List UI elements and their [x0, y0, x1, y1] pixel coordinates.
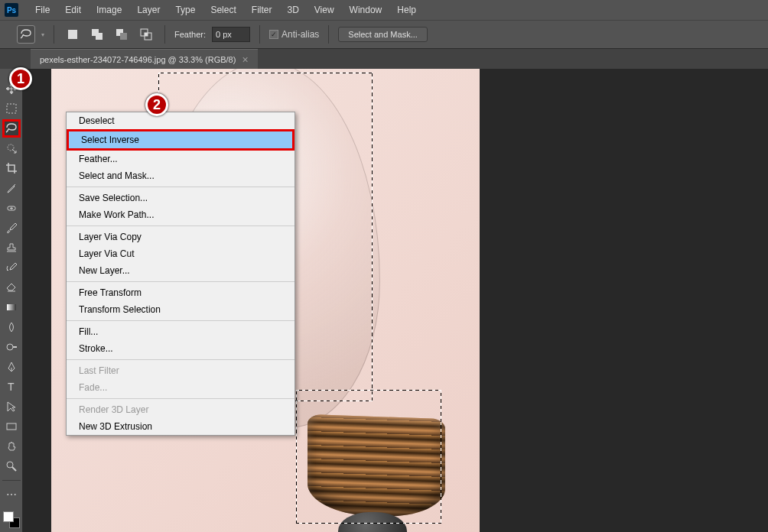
- svg-rect-2: [96, 33, 103, 40]
- menu-edit[interactable]: Edit: [57, 2, 89, 18]
- path-select-tool-icon[interactable]: [2, 397, 21, 416]
- fg-color-icon: [3, 511, 14, 522]
- annotation-badge-1: 1: [9, 67, 32, 90]
- feather-input[interactable]: [212, 27, 250, 42]
- cm-stroke[interactable]: Stroke...: [67, 340, 295, 357]
- context-menu: Deselect Select Inverse Feather... Selec…: [66, 112, 295, 436]
- feather-label: Feather:: [174, 30, 206, 39]
- cm-select-inverse[interactable]: Select Inverse: [69, 131, 292, 148]
- cm-layer-via-copy[interactable]: Layer Via Copy: [67, 229, 295, 245]
- app-logo: Ps: [5, 3, 18, 17]
- selection-add-icon[interactable]: [88, 25, 106, 44]
- annotation-highlight-box: Select Inverse: [67, 129, 295, 151]
- cm-free-transform[interactable]: Free Transform: [67, 284, 295, 301]
- cm-separator: [67, 281, 295, 282]
- color-swatch[interactable]: [3, 511, 20, 528]
- svg-rect-14: [7, 423, 16, 430]
- quick-select-tool-icon[interactable]: [2, 139, 21, 157]
- lasso-tool-icon[interactable]: [2, 119, 21, 138]
- menu-window[interactable]: Window: [342, 2, 390, 18]
- cm-last-filter: Last Filter: [67, 362, 295, 379]
- cm-separator: [67, 320, 295, 321]
- tab-title: pexels-esther-234072-746496.jpg @ 33.3% …: [40, 55, 236, 64]
- menu-help[interactable]: Help: [389, 2, 424, 18]
- hand-tool-icon[interactable]: [2, 437, 21, 456]
- svg-rect-11: [7, 304, 16, 310]
- svg-rect-7: [145, 33, 148, 36]
- zoom-tool-icon[interactable]: [2, 457, 21, 475]
- annotation-badge-2: 2: [145, 93, 168, 116]
- brush-tool-icon[interactable]: [2, 219, 21, 237]
- cm-fade: Fade...: [67, 379, 295, 396]
- cm-separator: [67, 187, 295, 187]
- cm-layer-via-cut[interactable]: Layer Via Cut: [67, 245, 295, 262]
- menubar: Ps File Edit Image Layer Type Select Fil…: [0, 0, 768, 20]
- antialias-checkbox[interactable]: ✓ Anti-alias: [269, 29, 319, 40]
- svg-rect-0: [68, 30, 77, 39]
- svg-point-12: [7, 344, 13, 350]
- cm-save-selection[interactable]: Save Selection...: [67, 190, 295, 206]
- cm-select-and-mask[interactable]: Select and Mask...: [67, 167, 295, 184]
- gradient-tool-icon[interactable]: [2, 298, 21, 316]
- stamp-tool-icon[interactable]: [2, 238, 21, 257]
- edit-toolbar-icon[interactable]: ⋯: [2, 485, 21, 504]
- menu-type[interactable]: Type: [168, 2, 203, 18]
- cm-separator: [67, 398, 295, 399]
- menu-view[interactable]: View: [307, 2, 342, 18]
- healing-tool-icon[interactable]: [2, 199, 21, 217]
- history-brush-tool-icon[interactable]: [2, 258, 21, 277]
- tool-preset-lasso-icon[interactable]: [17, 25, 35, 44]
- pen-tool-icon[interactable]: [2, 358, 21, 376]
- cm-render-3d: Render 3D Layer: [67, 401, 295, 418]
- toolbar: « T ⋯: [0, 69, 23, 532]
- marquee-tool-icon[interactable]: [2, 99, 21, 118]
- menu-image[interactable]: Image: [89, 2, 129, 18]
- dodge-tool-icon[interactable]: [2, 338, 21, 356]
- rectangle-tool-icon[interactable]: [2, 417, 21, 436]
- cm-separator: [67, 225, 295, 226]
- cm-deselect[interactable]: Deselect: [67, 112, 295, 129]
- antialias-label: Anti-alias: [281, 29, 319, 40]
- svg-text:T: T: [8, 381, 15, 393]
- cm-new-layer[interactable]: New Layer...: [67, 262, 295, 279]
- menu-3d[interactable]: 3D: [279, 2, 306, 18]
- text-tool-icon[interactable]: T: [2, 378, 21, 396]
- menu-layer[interactable]: Layer: [129, 2, 168, 18]
- svg-rect-4: [120, 33, 127, 40]
- cm-fill[interactable]: Fill...: [67, 323, 295, 340]
- cm-transform-selection[interactable]: Transform Selection: [67, 301, 295, 318]
- svg-point-15: [7, 462, 13, 468]
- menu-filter[interactable]: Filter: [244, 2, 280, 18]
- selection-outline: [296, 390, 441, 524]
- check-icon: ✓: [269, 30, 278, 39]
- eraser-tool-icon[interactable]: [2, 278, 21, 297]
- menu-select[interactable]: Select: [203, 2, 243, 18]
- document-tabbar: pexels-esther-234072-746496.jpg @ 33.3% …: [0, 49, 768, 69]
- tab-close-icon[interactable]: ×: [242, 54, 248, 66]
- cm-separator: [67, 359, 295, 360]
- cm-make-work-path[interactable]: Make Work Path...: [67, 206, 295, 223]
- svg-rect-8: [7, 104, 16, 113]
- cm-feather[interactable]: Feather...: [67, 151, 295, 167]
- selection-intersect-icon[interactable]: [137, 25, 155, 44]
- cm-new-3d-extrusion[interactable]: New 3D Extrusion: [67, 418, 295, 435]
- blur-tool-icon[interactable]: [2, 318, 21, 336]
- selection-subtract-icon[interactable]: [112, 25, 131, 44]
- menu-file[interactable]: File: [28, 2, 57, 18]
- eyedropper-tool-icon[interactable]: [2, 179, 21, 197]
- selection-new-icon[interactable]: [63, 25, 82, 44]
- crop-tool-icon[interactable]: [2, 159, 21, 177]
- select-and-mask-button[interactable]: Select and Mask...: [338, 27, 428, 42]
- options-bar: ▾ Feather: ✓ Anti-alias Select and Mask.…: [0, 20, 768, 49]
- document-tab[interactable]: pexels-esther-234072-746496.jpg @ 33.3% …: [31, 49, 258, 70]
